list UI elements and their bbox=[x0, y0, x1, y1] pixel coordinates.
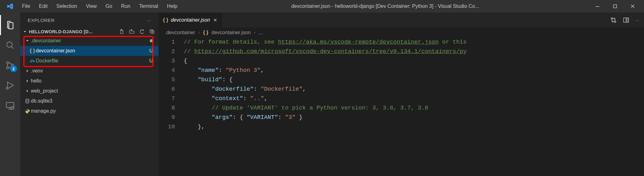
sidebar-title: EXPLORER bbox=[28, 18, 55, 23]
menu-edit[interactable]: Edit bbox=[35, 1, 52, 12]
tree-file-devcontainer-json[interactable]: { } devcontainer.json U bbox=[20, 46, 159, 56]
line-gutter: 12345678910 bbox=[159, 38, 184, 176]
svg-point-10 bbox=[26, 99, 29, 100]
tree-item-label: devcontainer.json bbox=[36, 48, 149, 54]
new-folder-icon[interactable] bbox=[129, 29, 135, 35]
titlebar: File Edit Selection View Go Run Terminal… bbox=[0, 0, 644, 13]
code-content[interactable]: // For format details, see https://aka.m… bbox=[184, 38, 644, 176]
tree-item-label: hello bbox=[31, 78, 153, 84]
tree-item-label: .venv bbox=[31, 68, 153, 74]
tree-folder-devcontainer[interactable]: .devcontainer bbox=[20, 36, 159, 46]
tree-item-label: web_project bbox=[31, 88, 153, 94]
tree-item-label: .devcontainer bbox=[31, 38, 150, 44]
tree-item-label: manage.py bbox=[31, 108, 153, 114]
sidebar-header: EXPLORER ··· bbox=[20, 13, 159, 28]
breadcrumb-item[interactable]: devcontainer.json bbox=[211, 30, 251, 35]
tree-folder-hello[interactable]: hello bbox=[20, 76, 159, 86]
activity-scm-icon[interactable]: 2 bbox=[0, 55, 20, 75]
split-editor-icon[interactable] bbox=[623, 17, 629, 23]
editor-area: { } devcontainer.json ··· .devcontainer … bbox=[159, 13, 644, 176]
maximize-button[interactable] bbox=[606, 0, 624, 13]
editor-actions: ··· bbox=[610, 13, 644, 28]
explorer-actions bbox=[119, 29, 155, 35]
json-file-icon: { } bbox=[29, 48, 36, 54]
window-title: devcontainer.json - helloworld-django [D… bbox=[182, 3, 589, 9]
compare-icon[interactable] bbox=[610, 17, 617, 23]
refresh-icon[interactable] bbox=[139, 29, 145, 35]
chevron-right-icon bbox=[24, 69, 31, 73]
activity-search-icon[interactable] bbox=[0, 35, 20, 55]
breadcrumbs[interactable]: .devcontainer › { } devcontainer.json › … bbox=[159, 28, 644, 38]
tree-item-label: Dockerfile bbox=[36, 58, 149, 64]
menu-terminal[interactable]: Terminal bbox=[135, 1, 162, 12]
window-controls bbox=[589, 0, 641, 13]
json-file-icon: { } bbox=[203, 30, 208, 35]
svg-rect-0 bbox=[596, 6, 599, 7]
tree-folder-venv[interactable]: .venv bbox=[20, 66, 159, 76]
svg-rect-1 bbox=[613, 5, 617, 8]
chevron-right-icon bbox=[24, 89, 31, 93]
tree-item-label: db.sqlite3 bbox=[31, 98, 153, 104]
menu-view[interactable]: View bbox=[81, 1, 101, 12]
tree-folder-web-project[interactable]: web_project bbox=[20, 86, 159, 96]
tree-file-dockerfile[interactable]: Dockerfile U bbox=[20, 56, 159, 66]
svg-point-11 bbox=[611, 18, 613, 19]
scm-badge: 2 bbox=[10, 65, 17, 72]
menu-selection[interactable]: Selection bbox=[52, 1, 81, 12]
menu-go[interactable]: Go bbox=[101, 1, 117, 12]
git-status-dot-icon bbox=[150, 39, 153, 42]
menu-run[interactable]: Run bbox=[117, 1, 135, 12]
minimize-button[interactable] bbox=[589, 0, 606, 13]
vscode-logo-icon bbox=[3, 3, 18, 10]
chevron-right-icon: › bbox=[254, 30, 255, 35]
activity-explorer-icon[interactable] bbox=[0, 15, 20, 35]
breadcrumb-item[interactable]: ... bbox=[259, 30, 263, 35]
chevron-down-icon bbox=[24, 39, 31, 43]
tab-devcontainer-json[interactable]: { } devcontainer.json bbox=[159, 13, 222, 28]
editor-tabs: { } devcontainer.json ··· bbox=[159, 13, 644, 28]
docker-file-icon bbox=[29, 59, 36, 63]
explorer-root[interactable]: HELLOWORLD-DJANGO [D... bbox=[20, 28, 159, 36]
activity-debug-icon[interactable] bbox=[0, 75, 20, 95]
close-icon[interactable] bbox=[213, 18, 218, 23]
svg-point-4 bbox=[7, 67, 9, 69]
new-file-icon[interactable] bbox=[119, 29, 125, 35]
json-file-icon: { } bbox=[163, 17, 168, 23]
explorer-root-label: HELLOWORLD-DJANGO [D... bbox=[29, 29, 92, 34]
tree-file-db-sqlite3[interactable]: db.sqlite3 bbox=[20, 96, 159, 106]
chevron-right-icon: › bbox=[198, 30, 200, 35]
activity-bar: 2 bbox=[0, 13, 20, 176]
svg-point-12 bbox=[614, 21, 616, 23]
chevron-down-icon bbox=[23, 29, 27, 34]
svg-point-3 bbox=[7, 62, 9, 64]
python-file-icon bbox=[24, 109, 31, 114]
db-file-icon bbox=[24, 99, 31, 104]
menu-bar: File Edit Selection View Go Run Terminal… bbox=[18, 1, 182, 12]
menu-help[interactable]: Help bbox=[163, 1, 182, 12]
tab-label: devcontainer.json bbox=[171, 17, 210, 23]
collapse-all-icon[interactable] bbox=[149, 29, 155, 35]
svg-rect-14 bbox=[626, 18, 628, 22]
activity-remote-icon[interactable] bbox=[0, 95, 20, 115]
sidebar-more-icon[interactable]: ··· bbox=[147, 18, 151, 23]
breadcrumb-item[interactable]: .devcontainer bbox=[165, 30, 195, 35]
menu-file[interactable]: File bbox=[18, 1, 35, 12]
close-button[interactable] bbox=[624, 0, 641, 13]
chevron-right-icon bbox=[24, 79, 31, 83]
more-icon[interactable]: ··· bbox=[636, 18, 639, 23]
code-editor[interactable]: 12345678910 // For format details, see h… bbox=[159, 38, 644, 176]
tree-file-manage-py[interactable]: manage.py bbox=[20, 106, 159, 116]
sidebar-explorer: EXPLORER ··· HELLOWORLD-DJANGO [D... .de… bbox=[20, 13, 159, 176]
file-tree: .devcontainer { } devcontainer.json U Do… bbox=[20, 36, 159, 116]
git-status: U bbox=[149, 58, 153, 64]
git-status: U bbox=[149, 48, 153, 54]
svg-point-6 bbox=[6, 88, 8, 89]
